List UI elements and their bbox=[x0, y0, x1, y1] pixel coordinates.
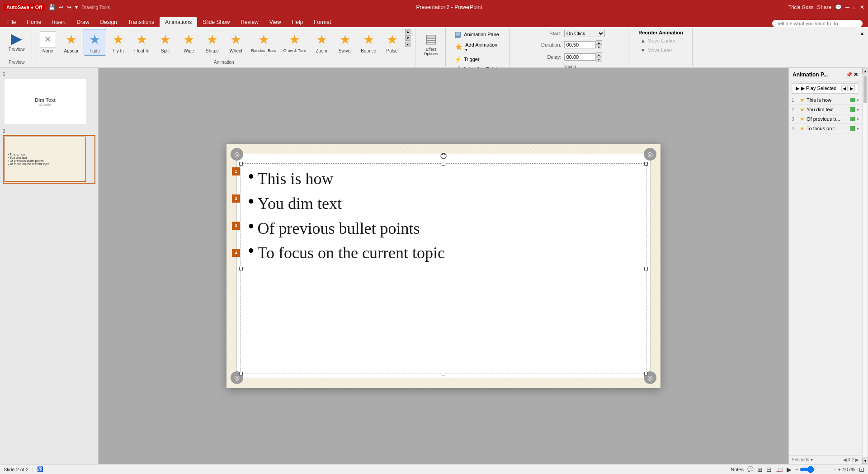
restore-btn[interactable]: □ bbox=[853, 4, 856, 10]
anim-zoom-btn[interactable]: ★ Zoom bbox=[310, 29, 333, 56]
anim-scroll-up[interactable]: ▲ bbox=[405, 29, 410, 34]
undo-icon[interactable]: ↩ bbox=[59, 4, 63, 10]
animation-pane-btn[interactable]: ▤ Animation Pane bbox=[453, 29, 501, 39]
duration-up-btn[interactable]: ▲ bbox=[596, 40, 602, 45]
anim-wheel-btn[interactable]: ★ Wheel bbox=[225, 29, 247, 56]
anim-growturn-btn[interactable]: ★ Grow & Turn bbox=[280, 29, 310, 55]
anim-scroll-down-btn2[interactable]: ▼ bbox=[862, 458, 868, 464]
customize-icon[interactable]: ▾ bbox=[75, 4, 78, 10]
slide-thumb-2[interactable]: 2 • This is how • You dim text • Of prev… bbox=[3, 129, 95, 184]
play-selected-btn[interactable]: ▶ ▶ Play Selected ◀ ▶ bbox=[792, 83, 859, 94]
anim-floatin-btn[interactable]: ★ Float In bbox=[131, 29, 153, 56]
anim-none-btn[interactable]: ✕ None bbox=[37, 29, 59, 56]
anim-bounce-btn[interactable]: ★ Bounce bbox=[357, 29, 380, 56]
move-later-btn[interactable]: ▼ Move Later bbox=[638, 46, 683, 54]
handle-mr[interactable] bbox=[644, 267, 648, 270]
save-icon[interactable]: 💾 bbox=[48, 4, 55, 10]
anim-item-1[interactable]: 1 ★ This is how ▾ bbox=[789, 95, 862, 105]
tab-slideshow[interactable]: Slide Show bbox=[197, 17, 235, 27]
anim-randombars-btn[interactable]: ★ Random Bars bbox=[248, 29, 279, 55]
tab-design[interactable]: Design bbox=[94, 17, 122, 27]
anim-flyin-btn[interactable]: ★ Fly In bbox=[107, 29, 130, 56]
anim-split-btn[interactable]: ★ Split bbox=[154, 29, 177, 56]
delay-up-btn[interactable]: ▲ bbox=[596, 52, 602, 57]
close-btn[interactable]: ✕ bbox=[860, 4, 864, 10]
handle-br[interactable] bbox=[644, 372, 648, 375]
start-select[interactable]: On Click With Previous After Previous bbox=[564, 30, 605, 37]
tab-format[interactable]: Format bbox=[308, 17, 336, 27]
animation-pane: Animation P... 📌 ✕ ▶ ▶ Play Selected ◀ ▶… bbox=[788, 68, 862, 464]
tab-home[interactable]: Home bbox=[21, 17, 47, 27]
preview-btn[interactable]: ▶ Preview bbox=[5, 29, 28, 54]
handle-bm[interactable] bbox=[442, 372, 445, 375]
slide-thumb-1[interactable]: 1 Dim Text Subtitle bbox=[3, 71, 95, 126]
anim-scroll-thumb[interactable] bbox=[863, 76, 867, 103]
anim-swivel-btn[interactable]: ★ Swivel bbox=[334, 29, 356, 56]
anim-scroll-down[interactable]: ▼ bbox=[405, 35, 410, 41]
tab-view[interactable]: View bbox=[264, 17, 287, 27]
anim-pane-close-btn[interactable]: ✕ bbox=[854, 71, 858, 78]
handle-tr[interactable] bbox=[644, 162, 648, 166]
tab-review[interactable]: Review bbox=[235, 17, 264, 27]
anim-scroll-up-btn[interactable]: ▲ bbox=[862, 68, 868, 74]
duration-down-btn[interactable]: ▼ bbox=[596, 45, 602, 49]
move-earlier-btn[interactable]: ▲ Move Earlier bbox=[638, 37, 683, 45]
redo-icon[interactable]: ↪ bbox=[67, 4, 71, 10]
tab-insert[interactable]: Insert bbox=[47, 17, 71, 27]
tab-draw[interactable]: Draw bbox=[71, 17, 94, 27]
add-animation-btn[interactable]: ★ Add Animation ▾ bbox=[453, 40, 499, 54]
notes-btn[interactable]: Notes bbox=[731, 467, 744, 472]
tab-help[interactable]: Help bbox=[287, 17, 309, 27]
anim-pane-pin-btn[interactable]: 📌 bbox=[846, 71, 853, 78]
comments-icon[interactable]: 💬 bbox=[835, 4, 842, 10]
tab-transitions[interactable]: Transitions bbox=[123, 17, 160, 27]
comments-btn[interactable]: 💬 bbox=[747, 466, 754, 472]
zoom-out-btn[interactable]: − bbox=[795, 467, 798, 472]
duration-input[interactable] bbox=[564, 41, 596, 48]
delay-input[interactable] bbox=[564, 53, 596, 61]
search-input[interactable] bbox=[772, 20, 863, 27]
slide-sorter-btn[interactable]: ⊟ bbox=[766, 466, 772, 473]
anim-item-2-arrow[interactable]: ▾ bbox=[857, 107, 859, 112]
anim-wipe-btn[interactable]: ★ Wipe bbox=[178, 29, 200, 56]
reading-view-btn[interactable]: 📖 bbox=[775, 466, 783, 473]
zoom-level: 107% bbox=[843, 467, 855, 472]
accessibility-icon[interactable]: ♿ bbox=[37, 466, 43, 472]
fit-slide-btn[interactable]: ⊡ bbox=[859, 466, 864, 473]
anim-shape-btn[interactable]: ★ Shape bbox=[201, 29, 224, 56]
play-next-btn[interactable]: ▶ bbox=[849, 85, 855, 91]
anim-item-2[interactable]: 2 ★ You dim text ▾ bbox=[789, 105, 862, 114]
anim-item-4[interactable]: 4 ★ To focus on t... ▾ bbox=[789, 124, 862, 133]
handle-bl[interactable] bbox=[239, 372, 243, 375]
share-btn[interactable]: Share bbox=[817, 4, 831, 10]
normal-view-btn[interactable]: ⊞ bbox=[757, 466, 763, 473]
minimize-btn[interactable]: ─ bbox=[845, 4, 849, 10]
anim-item-4-arrow[interactable]: ▾ bbox=[857, 126, 859, 131]
timeline-next-btn[interactable]: ▶ bbox=[855, 457, 859, 462]
trigger-btn[interactable]: ⚡ Trigger bbox=[453, 55, 481, 64]
start-label: Start: bbox=[534, 31, 561, 36]
delay-down-btn[interactable]: ▼ bbox=[596, 57, 602, 62]
tab-file[interactable]: File bbox=[2, 17, 21, 27]
animation-group-label: Animation bbox=[214, 60, 234, 66]
handle-tl[interactable] bbox=[239, 162, 243, 166]
anim-scroll-more[interactable]: ▾ bbox=[405, 42, 410, 47]
tab-animations[interactable]: Animations bbox=[160, 17, 197, 27]
anim-fade-btn[interactable]: ★ Fade bbox=[84, 29, 106, 56]
handle-tm[interactable] bbox=[442, 162, 445, 166]
anim-appear-btn[interactable]: ★ Appear bbox=[60, 29, 83, 56]
anim-item-1-arrow[interactable]: ▾ bbox=[857, 98, 859, 103]
zoom-slider[interactable] bbox=[800, 466, 836, 473]
timeline-prev-btn[interactable]: ◀ bbox=[843, 457, 847, 462]
anim-pulse-btn[interactable]: ★ Pulse bbox=[381, 29, 403, 56]
slideshow-btn[interactable]: ▶ bbox=[787, 466, 792, 473]
anim-item-3[interactable]: 3 ★ Of previous b... ▾ bbox=[789, 114, 862, 124]
rotate-handle[interactable] bbox=[440, 153, 447, 159]
ribbon-expand-btn[interactable]: ▲ bbox=[858, 28, 866, 38]
textbox-selected[interactable]: 1 2 3 4 • This is how • You dim text bbox=[241, 163, 646, 374]
effect-options-btn[interactable]: ▤ EffectOptions bbox=[420, 29, 442, 58]
zoom-in-btn[interactable]: + bbox=[838, 467, 840, 472]
anim-item-3-arrow[interactable]: ▾ bbox=[857, 117, 859, 122]
play-prev-btn[interactable]: ◀ bbox=[841, 85, 848, 91]
handle-ml[interactable] bbox=[239, 267, 243, 270]
